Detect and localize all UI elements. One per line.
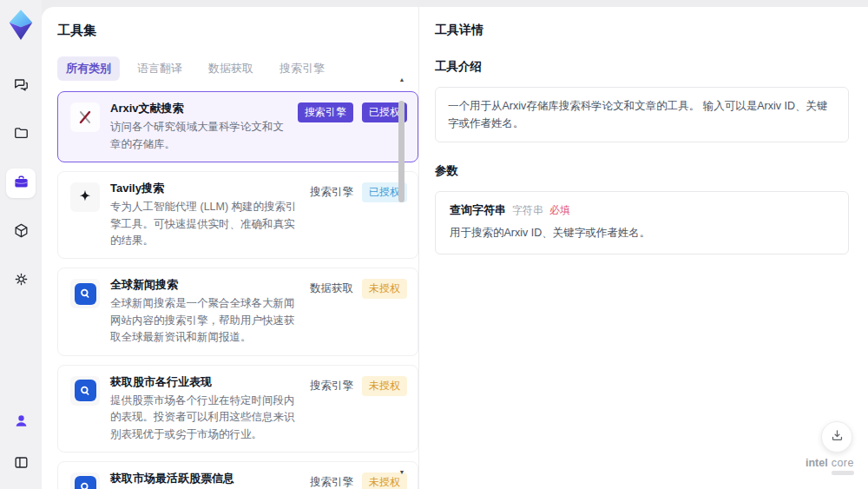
tool-card-5[interactable]: 获取市场最活跃股票信息 提供当天交易量最高的股票列表。投资者可以利用这些信息来识… — [57, 461, 418, 489]
download-icon — [830, 428, 845, 446]
intel-core-logo: intel core — [806, 457, 854, 475]
scrollbar-down-arrow[interactable]: ▼ — [398, 469, 405, 475]
tool-list-scrollbar[interactable]: ▲ ▼ — [398, 76, 406, 482]
params-heading: 参数 — [435, 163, 849, 179]
tool-card-1[interactable]: Arxiv文献搜索 访问各个研究领域大量科学论文和文章的存储库。 搜索引擎 已授… — [57, 91, 418, 162]
intro-text: 一个用于从Arxiv存储库搜索科学论文和文章的工具。 输入可以是Arxiv ID… — [448, 100, 828, 129]
sparkle-icon — [76, 188, 95, 207]
scrollbar-up-arrow[interactable]: ▲ — [398, 76, 405, 83]
tool-description: 全球新闻搜索是一个聚合全球各大新闻网站内容的搜索引擎，帮助用户快速获取全球最新资… — [110, 295, 299, 346]
gear-icon — [13, 271, 30, 291]
tool-icon — [70, 182, 100, 212]
tool-name: 获取股市各行业表现 — [110, 374, 299, 390]
brand-intel: intel — [806, 457, 828, 469]
scrollbar-thumb[interactable] — [398, 101, 404, 202]
app-window: 工具集 所有类别 语言翻译 数据获取 搜索引擎 Arxiv文献搜索 访问各个研究… — [0, 0, 868, 489]
rail-item-files[interactable] — [6, 120, 36, 149]
rail-item-settings[interactable] — [6, 266, 36, 295]
tool-description: 专为人工智能代理 (LLM) 构建的搜索引擎工具。可快速提供实时、准确和真实的结… — [110, 199, 299, 249]
tool-category-tag: 搜索引擎 — [310, 379, 353, 393]
folder-icon — [13, 125, 30, 145]
tool-category-tag: 搜索引擎 — [298, 102, 353, 122]
tool-icon — [70, 279, 100, 308]
tool-icon — [70, 102, 100, 132]
brand-core: core — [832, 457, 854, 469]
tool-name: 全球新闻搜索 — [110, 277, 299, 293]
tools-panel-title: 工具集 — [57, 23, 418, 39]
tab-all-categories[interactable]: 所有类别 — [57, 56, 120, 81]
main-content: 工具集 所有类别 语言翻译 数据获取 搜索引擎 Arxiv文献搜索 访问各个研究… — [42, 7, 868, 489]
rail-item-user[interactable] — [6, 407, 36, 437]
tab-language-translation[interactable]: 语言翻译 — [128, 56, 191, 81]
user-avatar-icon — [13, 413, 30, 433]
search-app-icon — [75, 380, 96, 401]
tool-name: 获取市场最活跃股票信息 — [110, 471, 299, 486]
search-app-icon — [75, 283, 96, 305]
tool-icon — [70, 472, 100, 489]
param-box: 查询字符串 字符串 必填 用于搜索的Arxiv ID、关键字或作者姓名。 — [435, 191, 849, 254]
intro-box: 一个用于从Arxiv存储库搜索科学论文和文章的工具。 输入可以是Arxiv ID… — [435, 87, 849, 142]
category-tabs: 所有类别 语言翻译 数据获取 搜索引擎 — [57, 56, 418, 81]
tab-search-engine[interactable]: 搜索引擎 — [271, 56, 333, 81]
app-logo-icon — [7, 9, 35, 40]
param-required-badge: 必填 — [549, 203, 570, 218]
tool-icon — [70, 376, 100, 406]
tool-card-2[interactable]: Tavily搜索 专为人工智能代理 (LLM) 构建的搜索引擎工具。可快速提供实… — [57, 171, 418, 259]
cube-icon — [13, 222, 30, 242]
rail-item-models[interactable] — [6, 217, 36, 247]
tool-name: Tavily搜索 — [110, 181, 299, 196]
tool-name: Arxiv文献搜索 — [110, 101, 287, 116]
param-description: 用于搜索的Arxiv ID、关键字或作者姓名。 — [450, 225, 834, 241]
download-button[interactable] — [821, 421, 852, 453]
rail-item-tools[interactable] — [6, 169, 36, 198]
tool-card-4[interactable]: 获取股市各行业表现 提供股票市场各个行业在特定时间段内的表现。投资者可以利用这些… — [57, 365, 418, 453]
arxiv-icon — [76, 108, 95, 127]
tool-list: Arxiv文献搜索 访问各个研究领域大量科学论文和文章的存储库。 搜索引擎 已授… — [57, 91, 418, 489]
tab-data-acquisition[interactable]: 数据获取 — [200, 56, 262, 81]
tools-panel: 工具集 所有类别 语言翻译 数据获取 搜索引擎 Arxiv文献搜索 访问各个研究… — [42, 7, 418, 489]
tool-category-tag: 数据获取 — [310, 281, 353, 296]
tool-description: 访问各个研究领域大量科学论文和文章的存储库。 — [110, 119, 287, 153]
rail-item-chat[interactable] — [6, 71, 36, 101]
tool-description: 提供股票市场各个行业在特定时间段内的表现。投资者可以利用这些信息来识别表现优于或… — [110, 393, 299, 443]
toolbox-icon — [13, 174, 30, 194]
intro-heading: 工具介绍 — [435, 59, 849, 75]
tool-category-tag: 搜索引擎 — [310, 185, 353, 200]
chat-icon — [13, 76, 30, 96]
left-rail — [0, 0, 42, 489]
details-panel-title: 工具详情 — [435, 23, 849, 38]
brand-subline — [832, 471, 854, 475]
param-type: 字符串 — [512, 203, 543, 218]
param-name: 查询字符串 — [450, 202, 506, 218]
tool-category-tag: 搜索引擎 — [310, 475, 353, 489]
tool-details-panel: 工具详情 工具介绍 一个用于从Arxiv存储库搜索科学论文和文章的工具。 输入可… — [418, 7, 868, 489]
rail-item-collapse-panel[interactable] — [6, 449, 36, 479]
tool-card-3[interactable]: 全球新闻搜索 全球新闻搜索是一个聚合全球各大新闻网站内容的搜索引擎，帮助用户快速… — [57, 268, 418, 355]
panel-toggle-icon — [13, 454, 30, 474]
search-app-icon — [75, 476, 96, 489]
